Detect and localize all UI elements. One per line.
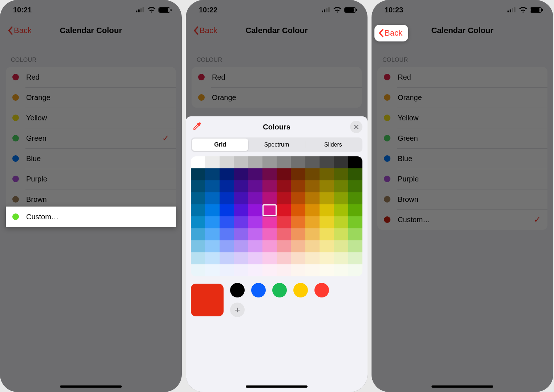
grid-cell[interactable] <box>277 180 291 192</box>
grid-cell[interactable] <box>305 168 320 180</box>
grid-cell[interactable] <box>334 252 348 264</box>
grid-cell[interactable] <box>291 264 305 276</box>
grid-cell[interactable] <box>191 240 205 252</box>
grid-cell[interactable] <box>205 156 219 168</box>
grid-cell[interactable] <box>320 192 334 204</box>
grid-cell[interactable] <box>205 240 219 252</box>
grid-cell[interactable] <box>191 252 205 264</box>
grid-cell[interactable] <box>248 180 262 192</box>
grid-cell[interactable] <box>248 192 262 204</box>
back-button[interactable]: Back <box>189 20 221 41</box>
colour-row[interactable]: Green <box>377 128 547 148</box>
preset-colour[interactable] <box>293 283 308 297</box>
grid-cell[interactable] <box>291 204 305 216</box>
grid-cell[interactable] <box>191 216 205 228</box>
grid-cell[interactable] <box>191 180 205 192</box>
grid-cell[interactable] <box>262 192 277 204</box>
grid-cell[interactable] <box>291 168 305 180</box>
grid-cell[interactable] <box>220 204 234 216</box>
grid-cell[interactable] <box>234 156 248 168</box>
preset-colour[interactable] <box>251 283 266 297</box>
colour-row[interactable]: Blue <box>6 148 176 169</box>
grid-cell[interactable] <box>305 252 320 264</box>
colour-row[interactable]: Orange <box>192 87 362 108</box>
grid-cell[interactable] <box>262 156 277 168</box>
grid-cell[interactable] <box>234 216 248 228</box>
grid-cell[interactable] <box>277 216 291 228</box>
back-button[interactable]: Back <box>374 25 408 41</box>
grid-cell[interactable] <box>348 168 362 180</box>
grid-cell[interactable] <box>348 180 362 192</box>
grid-cell[interactable] <box>220 156 234 168</box>
grid-cell[interactable] <box>262 216 277 228</box>
grid-cell[interactable] <box>220 192 234 204</box>
home-indicator[interactable] <box>60 385 122 388</box>
picker-tab-grid[interactable]: Grid <box>192 139 248 151</box>
grid-cell[interactable] <box>334 168 348 180</box>
grid-cell[interactable] <box>248 264 262 276</box>
grid-cell[interactable] <box>234 204 248 216</box>
colour-row[interactable]: Brown <box>377 189 547 209</box>
grid-cell[interactable] <box>277 240 291 252</box>
grid-cell[interactable] <box>220 240 234 252</box>
picker-tab-spectrum[interactable]: Spectrum <box>248 139 305 151</box>
grid-cell[interactable] <box>291 192 305 204</box>
grid-cell[interactable] <box>220 168 234 180</box>
grid-cell[interactable] <box>305 204 320 216</box>
grid-cell[interactable] <box>277 264 291 276</box>
grid-cell[interactable] <box>262 168 277 180</box>
grid-cell[interactable] <box>191 228 205 240</box>
grid-cell[interactable] <box>234 192 248 204</box>
grid-cell[interactable] <box>191 156 205 168</box>
grid-cell[interactable] <box>220 252 234 264</box>
colour-row[interactable]: Yellow <box>377 108 547 128</box>
grid-cell[interactable] <box>205 228 219 240</box>
eyedropper-button[interactable] <box>192 121 202 132</box>
grid-cell[interactable] <box>248 156 262 168</box>
grid-cell[interactable] <box>191 204 205 216</box>
grid-cell[interactable] <box>248 168 262 180</box>
grid-cell[interactable] <box>305 156 320 168</box>
preset-colour[interactable] <box>314 283 329 297</box>
colour-row[interactable]: Blue <box>377 148 547 169</box>
grid-cell[interactable] <box>234 240 248 252</box>
grid-cell[interactable] <box>320 156 334 168</box>
grid-cell[interactable] <box>234 228 248 240</box>
grid-cell[interactable] <box>191 264 205 276</box>
grid-cell[interactable] <box>220 264 234 276</box>
colour-row[interactable]: Red <box>6 67 176 87</box>
grid-cell[interactable] <box>191 168 205 180</box>
grid-cell[interactable] <box>191 192 205 204</box>
grid-cell[interactable] <box>348 252 362 264</box>
grid-cell[interactable] <box>320 240 334 252</box>
grid-cell[interactable] <box>205 204 219 216</box>
grid-cell[interactable] <box>320 252 334 264</box>
grid-cell[interactable] <box>262 180 277 192</box>
grid-cell[interactable] <box>334 264 348 276</box>
grid-cell[interactable] <box>320 204 334 216</box>
grid-cell[interactable] <box>305 264 320 276</box>
grid-cell[interactable] <box>205 192 219 204</box>
grid-cell[interactable] <box>220 180 234 192</box>
grid-cell[interactable] <box>291 252 305 264</box>
colour-row[interactable]: Purple <box>377 169 547 189</box>
grid-cell[interactable] <box>277 228 291 240</box>
preset-colour[interactable] <box>272 283 287 297</box>
grid-cell[interactable] <box>234 252 248 264</box>
colour-row[interactable]: Orange <box>6 87 176 108</box>
grid-cell[interactable] <box>248 204 262 216</box>
grid-cell[interactable] <box>248 252 262 264</box>
grid-cell[interactable] <box>291 228 305 240</box>
grid-cell[interactable] <box>277 204 291 216</box>
add-preset-button[interactable]: + <box>230 303 245 317</box>
grid-cell[interactable] <box>348 228 362 240</box>
grid-cell[interactable] <box>248 228 262 240</box>
grid-cell[interactable] <box>248 240 262 252</box>
grid-cell[interactable] <box>205 264 219 276</box>
grid-cell[interactable] <box>334 156 348 168</box>
grid-cell[interactable] <box>291 180 305 192</box>
grid-cell[interactable] <box>291 216 305 228</box>
grid-cell[interactable] <box>334 180 348 192</box>
grid-cell[interactable] <box>205 252 219 264</box>
grid-cell[interactable] <box>334 192 348 204</box>
